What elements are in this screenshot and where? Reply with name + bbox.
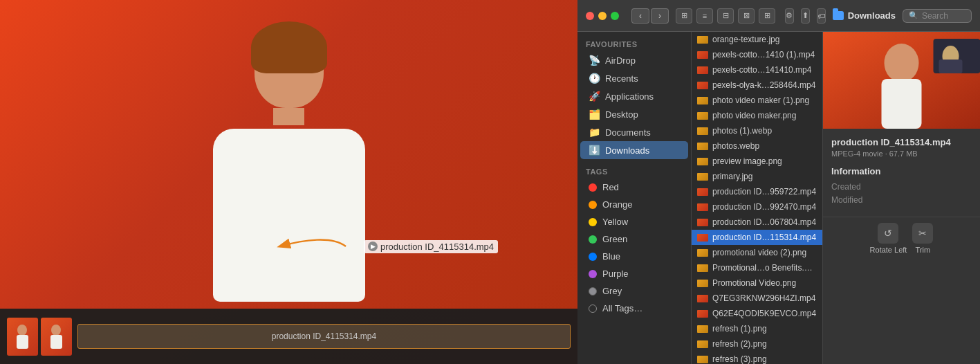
- annotation-text: ▶ production ID_4115314.mp4: [364, 240, 498, 253]
- sidebar-item-desktop[interactable]: 🗂️ Desktop: [580, 105, 688, 123]
- sidebar-tag-blue[interactable]: Blue: [580, 248, 688, 265]
- video-file-icon: [697, 310, 708, 318]
- maximize-button[interactable]: [611, 12, 619, 20]
- file-item[interactable]: Q62E4QODI5K9EVCO.mp4: [692, 306, 822, 321]
- sidebar-item-airdrop[interactable]: 📡 AirDrop: [580, 51, 688, 69]
- sidebar-desktop-label: Desktop: [605, 109, 638, 120]
- file-item[interactable]: preview image.png: [692, 154, 822, 169]
- image-file-icon: [697, 264, 708, 272]
- tag-grey-label: Grey: [602, 286, 622, 296]
- forward-button[interactable]: ›: [651, 8, 669, 24]
- file-icon: [697, 171, 708, 182]
- sidebar-item-documents[interactable]: 📁 Documents: [580, 123, 688, 141]
- file-item[interactable]: orange-texture.jpg: [692, 32, 822, 47]
- list-view-button[interactable]: ≡: [696, 8, 713, 24]
- file-icon: [697, 338, 708, 349]
- sidebar-tag-red[interactable]: Red: [580, 179, 688, 196]
- rotate-left-label: Rotate Left: [870, 246, 907, 254]
- file-name: photos.webp: [712, 141, 817, 151]
- file-item[interactable]: pexels-cotto…141410.mp4: [692, 62, 822, 78]
- file-item[interactable]: Q7EG3RKNW296H4ZI.mp4: [692, 291, 822, 306]
- rotate-left-button[interactable]: ↺ Rotate Left: [870, 223, 907, 254]
- sidebar-item-recents[interactable]: 🕐 Recents: [580, 69, 688, 87]
- file-item[interactable]: production ID…959722.mp4: [692, 184, 822, 199]
- orange-tag-dot: [589, 201, 597, 209]
- file-item[interactable]: photos (1).webp: [692, 123, 822, 138]
- tag-red-label: Red: [602, 182, 619, 192]
- sidebar-item-applications[interactable]: 🚀 Applications: [580, 87, 688, 105]
- gallery-view-button[interactable]: ⊠: [738, 8, 755, 24]
- timeline-thumb-2[interactable]: [41, 318, 72, 356]
- column-view-button[interactable]: ⊟: [717, 8, 734, 24]
- file-item[interactable]: pexels-cotto…1410 (1).mp4: [692, 47, 822, 62]
- back-button[interactable]: ‹: [631, 8, 649, 24]
- settings-button[interactable]: ⚙: [785, 8, 794, 24]
- grid-view-button[interactable]: ⊞: [676, 8, 692, 24]
- file-item[interactable]: refresh (3).png: [692, 352, 822, 364]
- minimize-button[interactable]: [598, 12, 607, 20]
- timeline-thumb-1[interactable]: [7, 318, 38, 356]
- file-name: primary.jpg: [712, 172, 817, 181]
- arrow-icon: [277, 229, 360, 264]
- group-view-button[interactable]: ⊞: [759, 8, 775, 24]
- search-input[interactable]: [922, 11, 967, 21]
- annotation-label: production ID_4115314.mp4: [380, 242, 494, 252]
- file-item[interactable]: photo video maker.png: [692, 108, 822, 123]
- sidebar-item-downloads[interactable]: ⬇️ Downloads: [580, 141, 688, 159]
- thumb-preview-1: [7, 318, 38, 356]
- image-file-icon: [697, 249, 708, 257]
- close-button[interactable]: [586, 12, 594, 20]
- file-icon: [697, 186, 708, 197]
- file-icon: [697, 277, 708, 289]
- video-subject: [178, 32, 400, 322]
- blue-tag-dot: [589, 253, 597, 261]
- rotate-left-icon: ↺: [878, 223, 898, 244]
- toolbar-icons: ⊞ ≡ ⊟ ⊠ ⊞: [676, 8, 775, 24]
- sidebar-all-tags[interactable]: All Tags…: [580, 300, 688, 317]
- tag-orange-label: Orange: [602, 199, 632, 210]
- file-name: orange-texture.jpg: [712, 35, 817, 44]
- file-item[interactable]: promotional video (2).png: [692, 245, 822, 260]
- tags-button[interactable]: 🏷: [817, 8, 826, 24]
- file-item[interactable]: primary.jpg: [692, 169, 822, 184]
- image-file-icon: [697, 325, 708, 333]
- timeline-bar[interactable]: production ID_4115314.mp4: [0, 309, 577, 364]
- file-item[interactable]: photos.webp: [692, 138, 822, 154]
- file-icon: [697, 125, 708, 136]
- video-file-icon: [697, 295, 708, 302]
- sidebar-tag-purple[interactable]: Purple: [580, 265, 688, 282]
- image-file-icon: [697, 158, 708, 165]
- file-item[interactable]: refresh (2).png: [692, 336, 822, 352]
- file-item[interactable]: production ID…067804.mp4: [692, 215, 822, 230]
- timeline-progress[interactable]: production ID_4115314.mp4: [77, 324, 571, 349]
- svg-point-3: [51, 325, 61, 336]
- sidebar-tag-yellow[interactable]: Yellow: [580, 213, 688, 230]
- file-icon: [697, 323, 708, 334]
- person-hair: [251, 21, 327, 73]
- file-name: refresh (3).png: [712, 354, 817, 364]
- trim-button[interactable]: ✂ Trim: [912, 223, 933, 254]
- file-icon: [697, 217, 708, 228]
- file-icon: [697, 308, 708, 319]
- finder-content: Favourites 📡 AirDrop 🕐 Recents 🚀 Applica…: [577, 32, 980, 364]
- airdrop-icon: 📡: [589, 55, 600, 66]
- file-item[interactable]: pexels-olya-k…258464.mp4: [692, 78, 822, 93]
- svg-rect-8: [882, 79, 922, 129]
- file-item[interactable]: production ID…115314.mp4: [692, 230, 822, 245]
- file-icon: [697, 49, 708, 60]
- search-box[interactable]: 🔍: [903, 9, 972, 23]
- documents-icon: 📁: [589, 127, 600, 138]
- file-item[interactable]: Promotional Video.png: [692, 275, 822, 291]
- file-item[interactable]: production ID…992470.mp4: [692, 199, 822, 215]
- file-item[interactable]: photo video maker (1).png: [692, 93, 822, 108]
- file-name: preview image.png: [712, 156, 817, 166]
- share-button[interactable]: ⬆: [801, 8, 810, 24]
- file-item[interactable]: refresh (1).png: [692, 321, 822, 336]
- green-tag-dot: [589, 235, 597, 244]
- sidebar-tag-grey[interactable]: Grey: [580, 282, 688, 300]
- sidebar-tag-green[interactable]: Green: [580, 230, 688, 248]
- yellow-tag-dot: [589, 218, 597, 226]
- file-item[interactable]: Promotional…o Benefits.png: [692, 260, 822, 275]
- file-name: photos (1).webp: [712, 126, 817, 136]
- sidebar-tag-orange[interactable]: Orange: [580, 196, 688, 213]
